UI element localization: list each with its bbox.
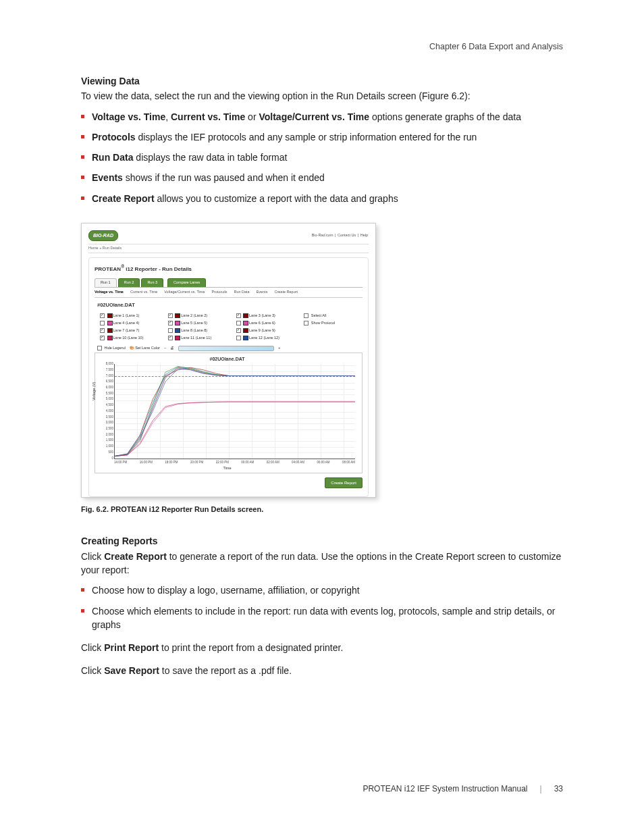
checkbox-icon[interactable]: [236, 321, 241, 325]
print-icon[interactable]: 🖨: [170, 346, 174, 351]
color-swatch: [175, 313, 180, 318]
section-title-creating: Creating Reports: [81, 534, 563, 548]
checkbox-icon[interactable]: [304, 313, 308, 318]
lane-item[interactable]: Lane 8 (Lane 8): [168, 328, 227, 334]
run-tabs: Run 1Run 2Run 3Compare Lanes: [95, 278, 363, 287]
checkbox-icon[interactable]: [168, 321, 173, 325]
bullet-item: Voltage vs. Time, Current vs. Time or Vo…: [81, 110, 563, 124]
set-lane-color-button[interactable]: 🎨 Set Lane Color: [130, 346, 160, 351]
lane-item[interactable]: Lane 9 (Lane 9): [236, 328, 295, 334]
color-swatch: [243, 328, 248, 333]
view-tab[interactable]: Run Data: [234, 290, 249, 295]
hide-legend-checkbox[interactable]: [97, 346, 102, 350]
color-swatch: [107, 313, 113, 318]
creating-intro: Click Create Report to generate a report…: [81, 550, 563, 577]
checkbox-icon[interactable]: [236, 336, 241, 340]
run-tab[interactable]: Run 1: [95, 278, 117, 287]
checkbox-icon[interactable]: [168, 313, 173, 318]
save-report-line: Click Save Report to save the report as …: [81, 664, 563, 677]
chart-tools: Hide Legend 🎨 Set Lane Color − 🖨 +: [97, 346, 363, 351]
color-swatch: [243, 313, 248, 318]
color-swatch: [175, 328, 180, 333]
checkbox-icon[interactable]: [236, 328, 241, 333]
breadcrumb[interactable]: Home » Run Details: [88, 244, 369, 253]
x-ticks: 14:00 PM16:00 PM18:00 PM20:00 PM22:00 PM…: [114, 461, 355, 465]
bullet-item: Protocols displays the IEF protocols and…: [81, 130, 563, 144]
lane-item[interactable]: Lane 3 (Lane 3): [236, 313, 295, 319]
color-swatch: [107, 336, 113, 340]
viewing-bullets: Voltage vs. Time, Current vs. Time or Vo…: [81, 110, 563, 205]
checkbox-icon[interactable]: [100, 336, 105, 340]
chart-box: #02UOlane.DAT Voltage (V) 05001,0001,500…: [95, 353, 363, 473]
page: Chapter 6 Data Export and Analysis Viewi…: [0, 0, 644, 834]
view-tab[interactable]: Current vs. Time: [130, 290, 157, 295]
bullet-item: Choose how to display a logo, username, …: [81, 583, 563, 597]
lane-item[interactable]: Lane 11 (Lane 11): [168, 336, 227, 341]
compare-lanes-button[interactable]: Compare Lanes: [167, 278, 206, 287]
page-footer: PROTEAN i12 IEF System Instruction Manua…: [363, 783, 563, 795]
creating-bullets: Choose how to display a logo, username, …: [81, 583, 563, 631]
figure-caption: Fig. 6.2. PROTEAN i12 Reporter Run Detai…: [81, 504, 563, 515]
bullet-item: Choose which elements to include in the …: [81, 604, 563, 632]
lane-item[interactable]: Lane 1 (Lane 1): [100, 313, 159, 319]
zoom-slider[interactable]: [178, 346, 274, 351]
viewing-intro: To view the data, select the run and the…: [81, 89, 563, 103]
run-details-panel: PROTEAN® i12 Reporter - Run Details Run …: [88, 257, 369, 497]
view-tab[interactable]: Voltage/Current vs. Time: [164, 290, 205, 295]
bullet-item: Run Data displays the raw data in table …: [81, 151, 563, 164]
color-swatch: [107, 328, 113, 333]
checkbox-icon[interactable]: [168, 336, 173, 340]
lane-item[interactable]: Select All: [304, 313, 363, 319]
lane-item[interactable]: Lane 7 (Lane 7): [100, 328, 159, 334]
view-tab[interactable]: Create Report: [275, 290, 298, 295]
lane-item[interactable]: Lane 10 (Lane 10): [100, 336, 159, 341]
checkbox-icon[interactable]: [100, 313, 105, 318]
checkbox-icon[interactable]: [100, 328, 105, 333]
logo-biorad: BIO-RAD: [88, 230, 118, 241]
hide-legend-label: Hide Legend: [105, 346, 126, 350]
zoom-in-icon[interactable]: +: [278, 346, 280, 351]
color-swatch: [175, 321, 180, 325]
run-tab[interactable]: Run 3: [141, 278, 163, 287]
lane-item[interactable]: Lane 12 (Lane 12): [236, 336, 295, 341]
section-title-viewing: Viewing Data: [81, 74, 563, 88]
lane-selection: Lane 1 (Lane 1) Lane 4 (Lane 4) Lane 7 (…: [100, 313, 363, 343]
figure-screenshot: BIO-RAD Bio-Rad.com | Contact Us | Help …: [81, 223, 376, 498]
view-tab[interactable]: Voltage vs. Time: [95, 290, 124, 295]
color-swatch: [107, 321, 113, 325]
color-swatch: [243, 321, 248, 325]
view-tabs: Voltage vs. TimeCurrent vs. TimeVoltage/…: [95, 287, 363, 298]
x-axis-label: Time: [97, 466, 358, 471]
lane-item[interactable]: Lane 4 (Lane 4): [100, 321, 159, 326]
lane-item[interactable]: Show Protocol: [304, 321, 363, 326]
y-axis-label: Voltage (V): [92, 382, 97, 400]
run-tab[interactable]: Run 2: [118, 278, 140, 287]
content: Viewing Data To view the data, select th…: [81, 74, 563, 678]
chapter-header: Chapter 6 Data Export and Analysis: [429, 41, 563, 53]
view-tab[interactable]: Protocols: [211, 290, 227, 295]
y-ticks: 05001,0001,5002,0002,5003,0003,5004,0004…: [97, 362, 113, 461]
lane-item[interactable]: Lane 2 (Lane 2): [168, 313, 227, 319]
print-report-line: Click Print Report to print the report f…: [81, 641, 563, 654]
top-links: Bio-Rad.com | Contact Us | Help: [311, 233, 369, 238]
view-tab[interactable]: Events: [257, 290, 268, 295]
file-name: #02UOlane.DAT: [97, 302, 363, 309]
panel-title: PROTEAN® i12 Reporter - Run Details: [95, 263, 363, 273]
checkbox-icon[interactable]: [168, 328, 173, 333]
chart-title: #02UOlane.DAT: [97, 356, 358, 363]
zoom-out-icon[interactable]: −: [164, 346, 166, 351]
lane-item[interactable]: Lane 6 (Lane 6): [236, 321, 295, 326]
lane-item[interactable]: Lane 5 (Lane 5): [168, 321, 227, 326]
color-swatch: [175, 336, 180, 340]
create-report-button[interactable]: Create Report: [325, 477, 363, 489]
checkbox-icon[interactable]: [100, 321, 105, 325]
checkbox-icon[interactable]: [236, 313, 241, 318]
bullet-item: Events shows if the run was paused and w…: [81, 171, 563, 184]
checkbox-icon[interactable]: [304, 321, 308, 325]
chart-lines: [115, 364, 355, 459]
chart-area: Voltage (V) 05001,0001,5002,0002,5003,00…: [114, 364, 355, 459]
color-swatch: [243, 336, 248, 340]
bullet-item: Create Report allows you to customize a …: [81, 192, 563, 205]
